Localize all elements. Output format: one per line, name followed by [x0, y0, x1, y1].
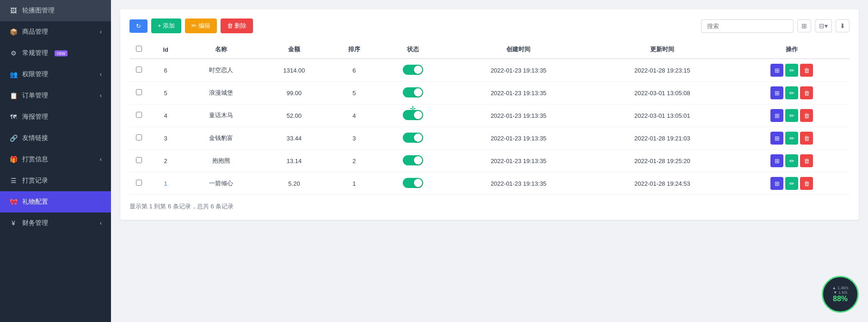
- row-edit-button[interactable]: ✏: [785, 86, 798, 99]
- delete-label: 🗑 删除: [227, 22, 247, 30]
- main-content: ↻ + 添加 ✏ 编辑 🗑 删除 ⊞ ⊟▾ ⬇: [111, 0, 868, 322]
- sidebar-item-permission[interactable]: 👥权限管理‹: [0, 64, 111, 85]
- sidebar-item-gift[interactable]: 🎀礼物配置: [0, 191, 111, 213]
- status-toggle[interactable]: [403, 65, 423, 75]
- sidebar-item-friendlink[interactable]: 🔗友情链接: [0, 128, 111, 149]
- row-edit-button[interactable]: ✏: [785, 132, 798, 145]
- sidebar-item-poster[interactable]: 🗺海报管理: [0, 106, 111, 128]
- sidebar-item-general[interactable]: ⚙常规管理new: [0, 43, 111, 64]
- row-id: 5: [148, 82, 183, 104]
- add-button[interactable]: + 添加: [151, 18, 181, 33]
- chevron-icon: ‹: [100, 71, 102, 78]
- row-id-link[interactable]: 1: [164, 180, 167, 187]
- sidebar-item-label-poster: 海报管理: [22, 113, 48, 121]
- action-buttons: ⊞✏🗑: [740, 154, 844, 167]
- col-id: Id: [148, 41, 183, 59]
- row-edit-button[interactable]: ✏: [785, 109, 798, 122]
- sidebar-item-label-order: 订单管理: [22, 91, 48, 100]
- grid-view-button[interactable]: ⊞: [797, 19, 811, 32]
- sidebar-item-rewardlog[interactable]: ☰打赏记录: [0, 170, 111, 191]
- speed-widget: ▲ 1.4k/s ▼ 1 k/s 88%: [822, 276, 859, 313]
- status-toggle[interactable]: [403, 87, 423, 97]
- row-sort: 6: [329, 59, 379, 82]
- drag-cursor-icon: ✛: [410, 104, 416, 113]
- row-delete-button[interactable]: 🗑: [800, 64, 813, 77]
- data-table: Id 名称 金额 排序 状态 创建时间 更新时间 操作 6时空恋人1314.00…: [129, 41, 850, 195]
- row-id: 3: [148, 127, 183, 150]
- sidebar: 🖼轮播图管理📦商品管理‹⚙常规管理new👥权限管理‹📋订单管理‹🗺海报管理🔗友情…: [0, 0, 111, 322]
- product-icon: 📦: [9, 28, 18, 36]
- table-row: 3金钱豹富33.4432022-01-23 19:13:352022-01-28…: [129, 127, 850, 150]
- search-input[interactable]: [701, 19, 794, 33]
- status-toggle[interactable]: [403, 155, 423, 165]
- row-name: 金钱豹富: [183, 127, 259, 150]
- sidebar-item-order[interactable]: 📋订单管理‹: [0, 85, 111, 106]
- row-checkbox[interactable]: [136, 112, 142, 118]
- chevron-icon: ‹: [100, 156, 102, 163]
- refresh-icon: ↻: [136, 23, 141, 30]
- status-toggle[interactable]: ✛: [403, 110, 423, 120]
- row-name: 时空恋人: [183, 59, 259, 82]
- move-button[interactable]: ⊞: [770, 64, 783, 77]
- export-button[interactable]: ⬇: [836, 19, 850, 32]
- table-row: 4童话木马52.004✛2022-01-23 19:13:352022-03-0…: [129, 104, 850, 127]
- cpu-percent: 88%: [833, 295, 848, 303]
- sidebar-item-finance[interactable]: ¥财务管理‹: [0, 213, 111, 234]
- move-button[interactable]: ⊞: [770, 132, 783, 145]
- row-delete-button[interactable]: 🗑: [800, 132, 813, 145]
- col-action: 操作: [734, 41, 850, 59]
- row-created: 2022-01-23 19:13:35: [447, 59, 591, 82]
- row-checkbox[interactable]: [136, 157, 142, 163]
- move-button[interactable]: ⊞: [770, 177, 783, 190]
- sidebar-item-label-product: 商品管理: [22, 28, 48, 36]
- move-button[interactable]: ⊞: [770, 154, 783, 167]
- row-delete-button[interactable]: 🗑: [800, 109, 813, 122]
- row-checkbox[interactable]: [136, 89, 142, 95]
- row-id: 6: [148, 59, 183, 82]
- col-status: 状态: [379, 41, 447, 59]
- edit-button[interactable]: ✏ 编辑: [185, 18, 217, 33]
- row-amount: 1314.00: [259, 59, 330, 82]
- sidebar-item-banner[interactable]: 🖼轮播图管理: [0, 0, 111, 21]
- row-edit-button[interactable]: ✏: [785, 154, 798, 167]
- sidebar-item-reward[interactable]: 🎁打赏信息‹: [0, 149, 111, 170]
- row-updated: 2022-03-01 13:05:08: [591, 82, 734, 104]
- row-delete-button[interactable]: 🗑: [800, 177, 813, 190]
- row-edit-button[interactable]: ✏: [785, 64, 798, 77]
- status-toggle[interactable]: [403, 133, 423, 143]
- delete-button[interactable]: 🗑 删除: [221, 18, 253, 33]
- row-name: 一箭倾心: [183, 172, 259, 195]
- row-edit-button[interactable]: ✏: [785, 177, 798, 190]
- edit-label: ✏ 编辑: [191, 22, 210, 30]
- table-header: Id 名称 金额 排序 状态 创建时间 更新时间 操作: [129, 41, 850, 59]
- move-button[interactable]: ⊞: [770, 86, 783, 99]
- general-icon: ⚙: [9, 49, 18, 57]
- sidebar-item-product[interactable]: 📦商品管理‹: [0, 21, 111, 43]
- row-checkbox[interactable]: [136, 134, 142, 140]
- status-toggle[interactable]: [403, 178, 423, 188]
- row-delete-button[interactable]: 🗑: [800, 86, 813, 99]
- refresh-button[interactable]: ↻: [129, 19, 148, 33]
- badge-new: new: [55, 50, 68, 56]
- permission-icon: 👥: [9, 71, 18, 78]
- sidebar-item-label-gift: 礼物配置: [22, 198, 48, 206]
- list-view-button[interactable]: ⊟▾: [815, 19, 832, 32]
- table-row: 5浪漫城堡99.0052022-01-23 19:13:352022-03-01…: [129, 82, 850, 104]
- toolbar: ↻ + 添加 ✏ 编辑 🗑 删除 ⊞ ⊟▾ ⬇: [129, 18, 850, 33]
- pagination-info: 显示第 1 到第 6 条记录，总共 6 条记录: [129, 202, 850, 211]
- row-updated: 2022-01-28 19:25:20: [591, 150, 734, 172]
- move-button[interactable]: ⊞: [770, 109, 783, 122]
- toolbar-right: ⊞ ⊟▾ ⬇: [701, 19, 850, 33]
- col-amount: 金额: [259, 41, 330, 59]
- row-created: 2022-01-23 19:13:35: [447, 82, 591, 104]
- poster-icon: 🗺: [9, 113, 18, 121]
- row-checkbox[interactable]: [136, 67, 142, 73]
- row-checkbox[interactable]: [136, 180, 142, 186]
- row-sort: 2: [329, 150, 379, 172]
- add-label: + 添加: [158, 22, 175, 30]
- select-all-checkbox[interactable]: [136, 46, 142, 52]
- sidebar-item-label-banner: 轮播图管理: [22, 6, 55, 15]
- row-delete-button[interactable]: 🗑: [800, 154, 813, 167]
- row-created: 2022-01-23 19:13:35: [447, 150, 591, 172]
- table-row: 6时空恋人1314.0062022-01-23 19:13:352022-01-…: [129, 59, 850, 82]
